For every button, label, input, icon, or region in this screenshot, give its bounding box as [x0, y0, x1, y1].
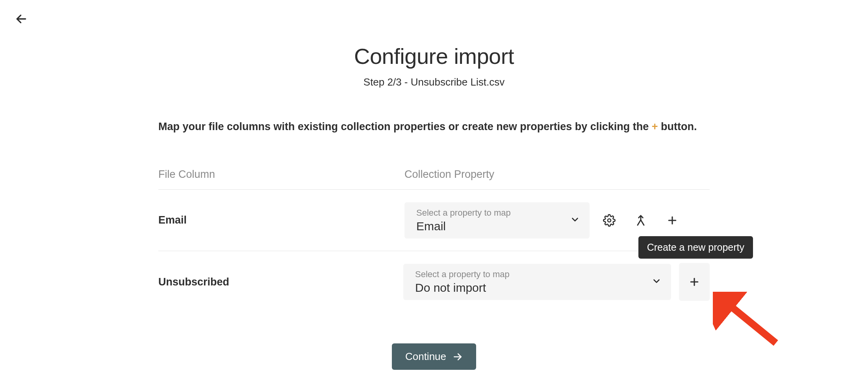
page-title: Configure import — [354, 43, 514, 69]
back-button[interactable] — [12, 9, 31, 30]
select-value: Email — [416, 220, 580, 233]
add-property-button[interactable] — [660, 209, 684, 232]
file-column-value: Email — [158, 214, 404, 226]
merge-icon — [634, 214, 647, 227]
gear-icon — [603, 214, 616, 227]
select-value: Do not import — [415, 281, 662, 295]
arrow-left-icon — [15, 13, 28, 25]
svg-point-1 — [608, 219, 611, 222]
arrow-right-icon — [453, 352, 463, 362]
instructions-prefix: Map your file columns with existing coll… — [158, 121, 652, 132]
table-row: Unsubscribed Select a property to map Do… — [158, 251, 710, 313]
chevron-down-icon — [651, 276, 662, 288]
continue-label: Continue — [405, 350, 446, 363]
chevron-down-icon — [570, 214, 580, 226]
plus-inline-icon: + — [652, 121, 658, 132]
property-select[interactable]: Select a property to map Do not import — [403, 264, 671, 300]
instructions-suffix: button. — [658, 121, 697, 132]
step-indicator: Step 2/3 - Unsubscribe List.csv — [364, 76, 504, 88]
property-select[interactable]: Select a property to map Email — [404, 202, 590, 239]
table-row: Email Select a property to map Email — [158, 190, 710, 251]
add-property-button[interactable] — [679, 263, 710, 301]
continue-button[interactable]: Continue — [392, 343, 476, 370]
header-collection-property: Collection Property — [404, 168, 710, 181]
instructions-text: Map your file columns with existing coll… — [158, 121, 710, 133]
tooltip-create-property: Create a new property — [638, 236, 753, 259]
merge-button[interactable] — [629, 209, 653, 232]
select-placeholder: Select a property to map — [416, 208, 580, 218]
settings-button[interactable] — [597, 209, 621, 232]
plus-icon — [666, 214, 678, 226]
select-placeholder: Select a property to map — [415, 269, 662, 280]
file-column-value: Unsubscribed — [158, 276, 403, 288]
mapping-table: File Column Collection Property Email Se… — [158, 168, 710, 313]
plus-icon — [688, 276, 700, 288]
header-file-column: File Column — [158, 168, 404, 181]
table-header: File Column Collection Property — [158, 168, 710, 190]
